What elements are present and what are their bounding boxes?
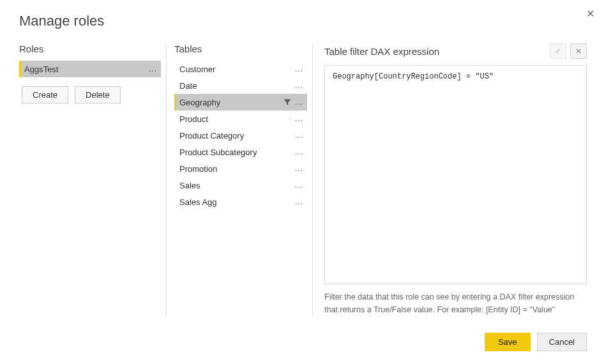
dax-header-row: Table filter DAX expression ✓ ✕: [324, 43, 587, 59]
create-button[interactable]: Create: [22, 86, 68, 103]
roles-panel: Roles AggsTest... Create Delete: [19, 43, 166, 316]
table-item[interactable]: Product Subcategory...: [174, 144, 307, 160]
delete-button[interactable]: Delete: [75, 86, 121, 103]
table-item-label: Sales: [179, 181, 295, 190]
ellipsis-icon[interactable]: ...: [295, 64, 303, 73]
ellipsis-icon[interactable]: ...: [295, 197, 303, 206]
tables-list: Customer...Date...Geography...Product○..…: [174, 61, 307, 210]
dialog-footer: Save Cancel: [19, 328, 587, 351]
table-item-label: Promotion: [179, 164, 295, 174]
ellipsis-icon[interactable]: ...: [295, 81, 303, 90]
ellipsis-icon[interactable]: ...: [295, 164, 303, 173]
dax-hint-text: Filter the data that this role can see b…: [324, 291, 587, 316]
role-item[interactable]: AggsTest...: [19, 61, 161, 77]
table-item-label: Product Subcategory: [179, 148, 295, 157]
dax-header: Table filter DAX expression: [324, 46, 439, 57]
dax-panel: Table filter DAX expression ✓ ✕ Filter t…: [313, 43, 587, 316]
columns: Roles AggsTest... Create Delete Tables C…: [19, 43, 587, 316]
close-icon[interactable]: ✕: [586, 8, 595, 20]
ellipsis-icon[interactable]: ...: [295, 181, 303, 190]
ellipsis-icon[interactable]: ...: [295, 131, 303, 140]
table-item-label: Date: [179, 81, 295, 91]
cancel-button[interactable]: Cancel: [537, 333, 587, 351]
table-item-label: Product: [179, 114, 288, 124]
dialog-title: Manage roles: [19, 13, 587, 29]
table-item[interactable]: Promotion...: [174, 160, 307, 177]
table-item[interactable]: Date...: [174, 77, 307, 94]
roles-header: Roles: [19, 43, 166, 54]
table-item-label: Product Category: [179, 131, 295, 140]
table-item[interactable]: Sales...: [174, 177, 307, 193]
tables-header: Tables: [174, 43, 312, 54]
ellipsis-icon[interactable]: ...: [295, 114, 303, 123]
dax-expression-input[interactable]: [324, 65, 587, 284]
revert-icon[interactable]: ✕: [570, 43, 587, 59]
manage-roles-dialog: ✕ Manage roles Roles AggsTest... Create …: [0, 0, 606, 364]
table-item[interactable]: Sales Agg...: [174, 193, 307, 210]
table-item[interactable]: Product Category...: [174, 127, 307, 144]
role-item-label: AggsTest: [24, 64, 149, 74]
tables-panel: Tables Customer...Date...Geography...Pro…: [166, 43, 313, 316]
dot-icon: ○: [288, 116, 291, 122]
filter-icon: [284, 98, 291, 106]
ellipsis-icon[interactable]: ...: [149, 64, 157, 73]
role-buttons: Create Delete: [19, 86, 166, 103]
table-item-label: Customer: [179, 64, 295, 74]
table-item[interactable]: Product○...: [174, 110, 307, 127]
ellipsis-icon[interactable]: ...: [295, 148, 303, 156]
save-button[interactable]: Save: [485, 333, 531, 351]
table-item[interactable]: Geography...: [174, 94, 307, 110]
table-item-label: Geography: [179, 98, 284, 107]
confirm-icon[interactable]: ✓: [550, 43, 566, 59]
ellipsis-icon[interactable]: ...: [295, 98, 303, 107]
table-item[interactable]: Customer...: [174, 61, 307, 77]
roles-list: AggsTest...: [19, 61, 161, 77]
dax-icon-buttons: ✓ ✕: [550, 43, 587, 59]
table-item-label: Sales Agg: [179, 197, 295, 207]
